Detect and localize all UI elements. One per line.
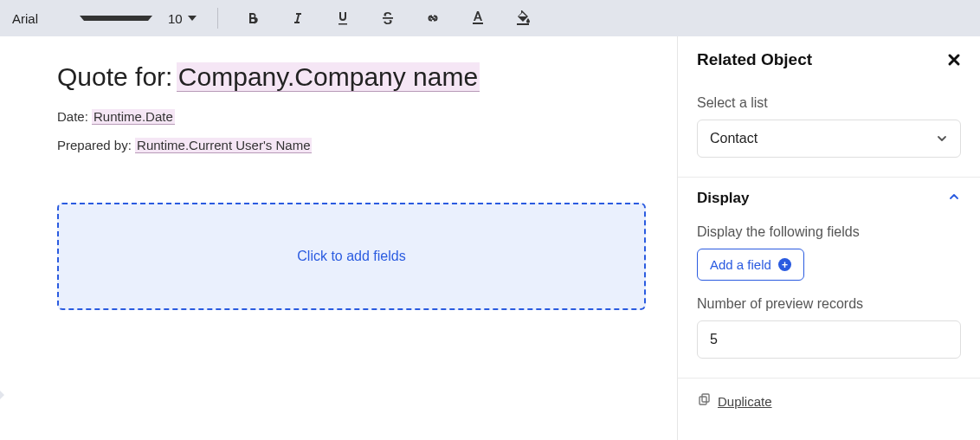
svg-rect-0	[700, 397, 706, 404]
font-size-dropdown[interactable]: 10	[163, 11, 202, 26]
bold-button[interactable]	[234, 3, 272, 33]
sidebar-header: Related Object	[678, 36, 980, 83]
text-color-button[interactable]	[459, 3, 497, 33]
list-select[interactable]: Contact	[697, 120, 961, 158]
link-button[interactable]	[414, 3, 452, 33]
sidebar-panel: Related Object Select a list Contact Dis…	[677, 36, 980, 440]
display-fields-label: Display the following fields	[697, 224, 961, 240]
preview-count-input[interactable]: 5	[697, 320, 961, 359]
text-color-icon	[469, 10, 487, 27]
document-editor[interactable]: Quote for: Company.Company name Date: Ru…	[0, 36, 677, 440]
link-icon	[425, 10, 441, 26]
prepared-by-token[interactable]: Runtime.Current User's Name	[135, 138, 312, 153]
add-field-button[interactable]: Add a field +	[697, 249, 804, 281]
duplicate-icon	[697, 392, 711, 410]
fill-color-icon	[514, 10, 532, 27]
preview-count-label: Number of preview records	[697, 296, 961, 312]
duplicate-link[interactable]: Duplicate	[718, 394, 772, 409]
close-button[interactable]	[947, 53, 961, 67]
date-label: Date:	[57, 109, 88, 124]
add-fields-label: Click to add fields	[297, 249, 405, 264]
gutter-marker	[0, 390, 4, 400]
underline-button[interactable]	[324, 3, 362, 33]
display-section-title: Display	[697, 190, 749, 207]
fill-color-button[interactable]	[504, 3, 542, 33]
toolbar-divider	[217, 8, 218, 29]
strikethrough-button[interactable]	[369, 3, 407, 33]
caret-down-icon	[80, 16, 152, 21]
formatting-toolbar: Arial 10	[0, 0, 980, 36]
display-section: Display Display the following fields Add…	[678, 178, 980, 379]
strikethrough-icon	[380, 10, 396, 26]
font-family-dropdown[interactable]: Arial	[9, 11, 156, 26]
display-section-header[interactable]: Display	[697, 190, 961, 207]
italic-button[interactable]	[279, 3, 317, 33]
add-fields-box[interactable]: Click to add fields	[57, 203, 646, 310]
italic-icon	[291, 11, 305, 25]
list-select-value: Contact	[710, 131, 936, 146]
plus-circle-icon: +	[778, 258, 791, 271]
caret-down-icon	[188, 16, 197, 21]
content-area: Quote for: Company.Company name Date: Ru…	[0, 36, 980, 440]
heading-prefix: Quote for:	[57, 62, 172, 91]
add-field-label: Add a field	[710, 257, 771, 272]
preview-count-value: 5	[710, 332, 718, 347]
chevron-up-icon	[947, 190, 961, 207]
font-family-value: Arial	[12, 11, 76, 26]
prepared-by-label: Prepared by:	[57, 138, 132, 152]
svg-rect-1	[702, 394, 709, 402]
list-label: Select a list	[697, 95, 961, 111]
bold-icon	[246, 11, 260, 25]
list-select-section: Select a list Contact	[678, 83, 980, 178]
duplicate-row: Duplicate	[678, 379, 980, 424]
close-icon	[947, 53, 961, 67]
font-size-value: 10	[168, 11, 183, 26]
heading-token[interactable]: Company.Company name	[177, 62, 480, 92]
sidebar-title: Related Object	[697, 50, 812, 69]
chevron-down-icon	[936, 133, 948, 145]
underline-icon	[335, 10, 351, 26]
date-token[interactable]: Runtime.Date	[92, 109, 175, 125]
